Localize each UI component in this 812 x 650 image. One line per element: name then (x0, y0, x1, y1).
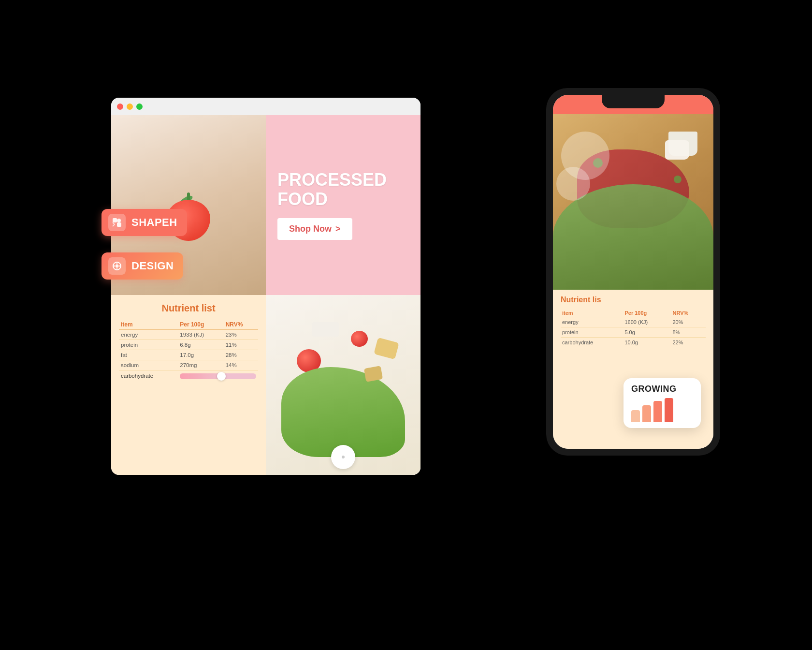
bar-2 (642, 405, 651, 422)
shop-now-text: Shop Now (289, 224, 332, 234)
phone-nutrient-row: carbohydrate 10.0g 22% (561, 337, 706, 347)
svg-point-5 (116, 265, 118, 267)
processed-food-title: PROCESSED FOOD (277, 170, 409, 208)
bar-chart (631, 398, 693, 422)
nutrient-per100g: 6.8g (178, 340, 223, 350)
nutrient-per100g: 270mg (178, 360, 223, 370)
phone-col-item: item (561, 309, 623, 317)
nutrient-row: sodium 270mg 14% (119, 360, 258, 370)
growing-title: GROWING (631, 384, 693, 394)
badge-shapeh[interactable]: SHAPEH (102, 209, 187, 236)
phone-nutrient-nrv: 22% (671, 337, 706, 347)
nutrient-table: item Per 100g NRV% energy 1933 (KJ) 23% … (119, 320, 258, 381)
shop-now-button[interactable]: Shop Now > (277, 218, 352, 240)
nutrient-nrv: 14% (224, 360, 258, 370)
badge-design[interactable]: DESIGN (102, 252, 183, 280)
nutrient-per100g: 1933 (KJ) (178, 330, 223, 340)
phone-notch (602, 95, 665, 108)
phone-nutrient-row: energy 1600 (KJ) 20% (561, 317, 706, 327)
phone-col-per100g: Per 100g (623, 309, 671, 317)
phone-top-section (553, 95, 713, 290)
nutrient-value (178, 370, 258, 382)
scene: PROCESSED FOOD Shop Now > Nutrient list … (92, 59, 720, 591)
nutrient-item: carbohydrate (119, 370, 178, 382)
shape-icon (108, 214, 126, 231)
growing-badge: GROWING (624, 378, 701, 428)
shop-now-arrow: > (335, 224, 341, 234)
phone-nutrient-nrv: 8% (671, 327, 706, 337)
nutrient-nrv: 23% (224, 330, 258, 340)
food-photo-area (553, 114, 713, 290)
cell-salad (266, 295, 420, 475)
phone-nutrient-item: protein (561, 327, 623, 337)
nutrient-nrv: 11% (224, 340, 258, 350)
salad-cheese (312, 322, 339, 337)
shapeh-label: SHAPEH (131, 216, 177, 229)
salad-crouton-2 (364, 366, 383, 382)
phone-nutrient-item: carbohydrate (561, 337, 623, 347)
bar-4 (665, 398, 673, 422)
nutrient-row: fat 17.0g 28% (119, 350, 258, 360)
phone-nutrient-table: item Per 100g NRV% energy 1600 (KJ) 20% … (561, 309, 706, 347)
browser-content: PROCESSED FOOD Shop Now > Nutrient list … (111, 115, 420, 475)
bar-1 (631, 410, 640, 422)
phone-nutrient-per100g: 10.0g (623, 337, 671, 347)
nutrient-list-title: Nutrient list (119, 303, 258, 314)
nutrient-item: protein (119, 340, 178, 350)
svg-point-2 (117, 219, 121, 222)
phone-nutrient-row: protein 5.0g 8% (561, 327, 706, 337)
bar-3 (653, 401, 662, 422)
design-icon (108, 257, 126, 275)
browser-mockup: PROCESSED FOOD Shop Now > Nutrient list … (111, 98, 420, 475)
col-nrv: NRV% (224, 320, 258, 330)
maximize-dot[interactable] (136, 103, 143, 110)
nutrient-per100g: 17.0g (178, 350, 223, 360)
browser-titlebar (111, 98, 420, 115)
phone-nutrient-item: energy (561, 317, 623, 327)
phone-nutrient-per100g: 5.0g (623, 327, 671, 337)
nutrient-row: energy 1933 (KJ) 23% (119, 330, 258, 340)
cell-nutrient: Nutrient list item Per 100g NRV% energy … (111, 295, 266, 475)
phone-nutrient-nrv: 20% (671, 317, 706, 327)
col-item: item (119, 320, 178, 330)
nutrient-item: fat (119, 350, 178, 360)
phone-col-nrv: NRV% (671, 309, 706, 317)
nutrient-item: sodium (119, 360, 178, 370)
nutrient-row: protein 6.8g 11% (119, 340, 258, 350)
salad-illustration (266, 295, 420, 475)
minimize-dot[interactable] (127, 103, 133, 110)
nutrient-nrv: 28% (224, 350, 258, 360)
phone-nutrient-title: Nutrient lis (561, 295, 706, 304)
cell-processed: PROCESSED FOOD Shop Now > (266, 115, 420, 295)
nutrient-item: energy (119, 330, 178, 340)
cheese-crumble (665, 140, 689, 160)
nutrient-row: carbohydrate (119, 370, 258, 382)
design-label: DESIGN (131, 260, 174, 272)
decorative-circle-2 (556, 167, 590, 201)
scroll-indicator[interactable] (331, 445, 355, 469)
pesto-dot-2 (674, 176, 682, 183)
svg-rect-1 (117, 222, 121, 227)
phone-nutrient-per100g: 1600 (KJ) (623, 317, 671, 327)
col-per100g: Per 100g (178, 320, 223, 330)
svg-rect-0 (113, 218, 117, 222)
close-dot[interactable] (117, 103, 123, 110)
